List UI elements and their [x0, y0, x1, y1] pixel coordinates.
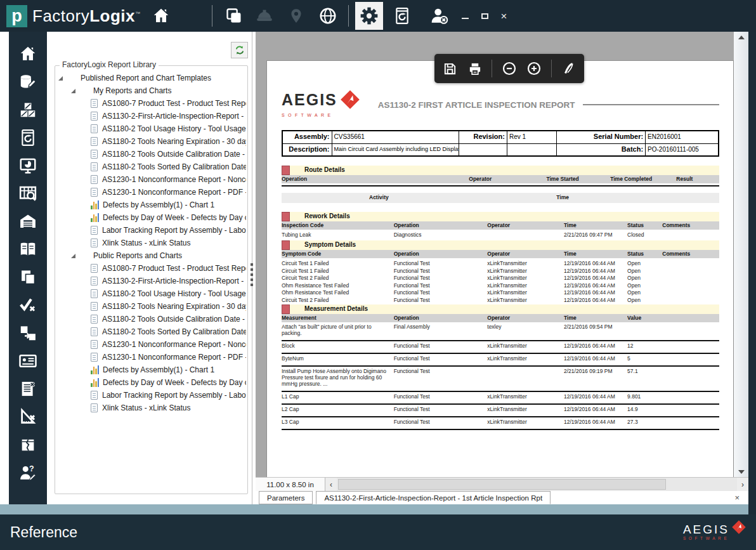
- process-history-icon[interactable]: [17, 127, 39, 148]
- tree-item-report[interactable]: AS1180-2 Tools Nearing Expiration - 30 d…: [56, 135, 246, 148]
- cell: xLinkTransmitter: [487, 406, 564, 412]
- cell: 2/21/2016 09:47 PM: [564, 230, 627, 240]
- save-icon[interactable]: [442, 61, 457, 76]
- tree-item-report[interactable]: AS1230-1 Nonconformance Report - Noncon.…: [56, 173, 246, 186]
- tree-item-report[interactable]: AS1130-2-First-Article-Inspection-Report…: [56, 110, 246, 122]
- brand-title: FactoryLogix™: [32, 6, 141, 26]
- report-doc-icon: [91, 150, 98, 159]
- tree-item-report[interactable]: Defects by Day of Week - Defects by Day …: [56, 376, 246, 389]
- rework-details-section-bar: Rework Details: [282, 212, 719, 221]
- footer-bar: Reference AEGIS SOFTWARE: [0, 514, 756, 550]
- tree-item-report[interactable]: AS1180-2 Tools Sorted By Calibration Dat…: [56, 160, 246, 173]
- assembly-blocks-icon[interactable]: [17, 99, 39, 121]
- refresh-icon: [234, 44, 245, 56]
- warehouse-icon[interactable]: [17, 211, 39, 232]
- expander-icon[interactable]: [71, 89, 75, 93]
- scroll-up-button[interactable]: [734, 32, 748, 43]
- table-search-icon[interactable]: [17, 183, 39, 204]
- zoom-out-icon[interactable]: [502, 61, 517, 76]
- globe-icon[interactable]: [318, 6, 338, 26]
- maximize-button[interactable]: [481, 13, 488, 19]
- pages-icon[interactable]: [224, 6, 244, 26]
- tree-item-label: AS1230-1 Nonconformance Report - Noncon.…: [102, 175, 246, 184]
- tree-item-report[interactable]: Defects by Assembly(1) - Chart 1: [56, 199, 246, 211]
- database-edit-icon[interactable]: [17, 71, 39, 93]
- tree-item-report[interactable]: AS1180-2 Tool Usage History - Tool Usage…: [56, 287, 246, 300]
- dashboard-icon[interactable]: [17, 155, 39, 176]
- table-row: BlockFunctional TestxLinkTransmitter12/1…: [282, 341, 719, 354]
- scrollbar-thumb[interactable]: [338, 479, 666, 490]
- tree-node-my-reports[interactable]: My Reports and Charts: [56, 84, 246, 97]
- settings-gear-icon[interactable]: [355, 2, 383, 30]
- tab-report-active[interactable]: AS1130-2-First-Article-Inspection-Report…: [316, 491, 551, 504]
- tree-item-report[interactable]: AS1180-2 Tools Outside Calibration Date …: [56, 148, 246, 160]
- tree-item-label: AS1180-2 Tools Outside Calibration Date …: [102, 150, 246, 159]
- tree-item-report[interactable]: AS1180-2 Tool Usage History - Tool Usage…: [56, 122, 246, 135]
- tree-item-label: AS1180-2 Tools Nearing Expiration - 30 d…: [102, 137, 246, 146]
- cell: [662, 289, 719, 297]
- tree-item-report[interactable]: Defects by Day of Week - Defects by Day …: [56, 211, 246, 224]
- user-logout-icon[interactable]: [429, 6, 449, 26]
- documents-copy-icon[interactable]: [17, 266, 39, 288]
- tree-item-report[interactable]: AS1230-1 Nonconformance Report - PDF - N…: [56, 351, 246, 363]
- tree-item-report[interactable]: AS1230-1 Nonconformance Report - Noncon.…: [56, 338, 246, 351]
- tree-item-report[interactable]: AS1130-2-First-Article-Inspection-Report…: [56, 275, 246, 287]
- home-icon[interactable]: [151, 6, 171, 26]
- tree-item-report[interactable]: AS1080-7 Product Test - Product Test Rep…: [56, 262, 246, 275]
- tree-item-report[interactable]: Labor Tracking Report by Assembly - Labo…: [56, 389, 246, 402]
- chevron-down-icon: [738, 470, 745, 474]
- aegis-diamond-icon: [731, 519, 747, 535]
- tree-node-published-templates[interactable]: Published Report and Chart Templates: [56, 72, 246, 84]
- report-tree: Published Report and Chart Templates My …: [56, 72, 246, 414]
- tree-node-public-reports[interactable]: Public Reports and Charts: [56, 249, 246, 262]
- toolbar-divider: [551, 60, 552, 77]
- material-transfer-icon[interactable]: [17, 322, 39, 344]
- home-icon[interactable]: [17, 43, 39, 65]
- location-pin-icon[interactable]: [286, 6, 306, 26]
- horizontal-scrollbar[interactable]: [337, 478, 737, 491]
- tree-item-report[interactable]: AS1180-2 Tools Sorted By Calibration Dat…: [56, 325, 246, 338]
- toolbar-divider: [348, 5, 349, 27]
- measurement-remove-icon[interactable]: [17, 406, 39, 428]
- tree-item-label: Defects by Day of Week - Defects by Day …: [103, 378, 246, 387]
- documentation-book-icon[interactable]: [17, 239, 39, 260]
- refresh-button[interactable]: [231, 42, 248, 58]
- scroll-left-button[interactable]: ‹: [325, 478, 337, 491]
- tree-item-label: AS1180-2 Tools Sorted By Calibration Dat…: [102, 162, 246, 171]
- id-card-icon[interactable]: [17, 350, 39, 372]
- pdf-export-icon[interactable]: [561, 61, 577, 76]
- defect-package-icon[interactable]: [17, 434, 39, 455]
- quality-check-icon[interactable]: [17, 294, 39, 316]
- scroll-right-button[interactable]: ›: [737, 478, 748, 491]
- tree-item-report[interactable]: AS1180-2 Tools Nearing Expiration - 30 d…: [56, 300, 246, 313]
- scroll-down-button[interactable]: [734, 466, 748, 477]
- minimize-button[interactable]: [462, 18, 469, 19]
- expander-icon[interactable]: [58, 76, 63, 81]
- vertical-scrollbar[interactable]: [734, 32, 748, 477]
- close-button[interactable]: ×: [501, 11, 507, 22]
- cell: texley: [487, 324, 564, 336]
- work-instructions-icon[interactable]: [17, 378, 39, 400]
- tab-close-icon[interactable]: ×: [734, 493, 740, 502]
- report-title: AS1130-2 FIRST ARTICLE INSPECTION REPORT: [378, 100, 575, 110]
- operator-help-icon[interactable]: ?: [17, 462, 39, 483]
- hardhat-icon[interactable]: [254, 6, 275, 26]
- tree-item-report[interactable]: Labor Tracking Report by Assembly - Labo…: [56, 224, 246, 237]
- recovery-device-icon[interactable]: [392, 6, 412, 26]
- tree-item-report[interactable]: Defects by Assembly(1) - Chart 1: [56, 363, 246, 376]
- tree-item-report[interactable]: Xlink Status - xLink Status: [56, 402, 246, 414]
- rework-header-row: Inspection CodeOperationOperatorTimeStat…: [282, 221, 719, 230]
- tree-item-report[interactable]: Xlink Status - xLink Status: [56, 237, 246, 249]
- expander-icon[interactable]: [71, 254, 75, 258]
- tree-item-report[interactable]: AS1080-7 Product Test - Product Test Rep…: [56, 97, 246, 110]
- report-doc-icon: [91, 162, 98, 171]
- tree-item-report[interactable]: AS1230-1 Nonconformance Report - PDF - N…: [56, 186, 246, 199]
- splitter-grip[interactable]: [251, 263, 254, 289]
- tree-node-label: Public Reports and Charts: [93, 251, 182, 260]
- zoom-in-icon[interactable]: [526, 61, 542, 76]
- tree-item-report[interactable]: AS1180-2 Tools Outside Calibration Date …: [56, 313, 246, 325]
- print-icon[interactable]: [467, 61, 482, 76]
- trademark: ™: [135, 11, 141, 16]
- report-doc-icon: [91, 327, 98, 336]
- tab-parameters[interactable]: Parameters: [259, 491, 313, 504]
